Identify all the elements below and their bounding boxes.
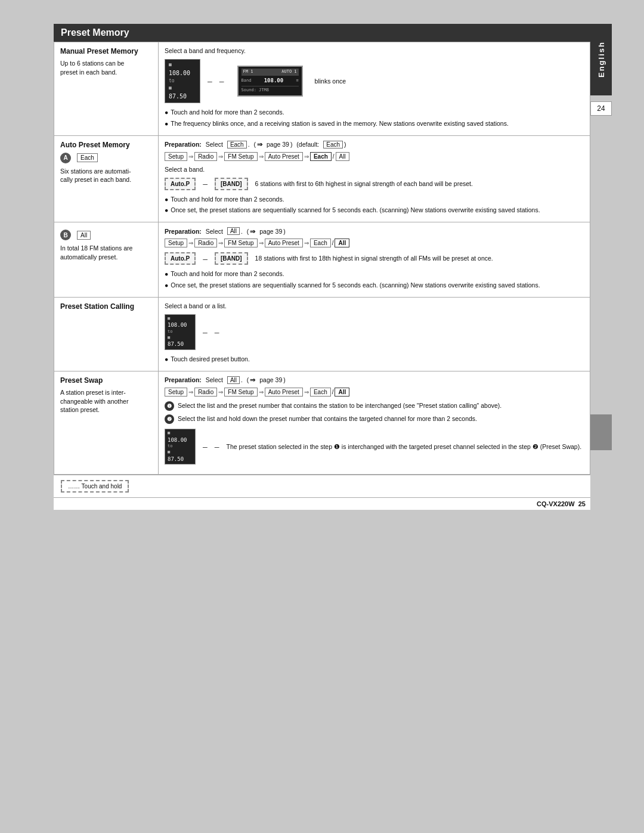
nav-radio: Radio: [194, 152, 217, 161]
auto-bullet-b-1: Touch and hold for more than 2 seconds.: [165, 270, 584, 279]
auto-bullet-a-1: Touch and hold for more than 2 seconds.: [165, 195, 584, 205]
auto-preset-bullets-b: Touch and hold for more than 2 seconds. …: [165, 270, 584, 290]
auto-preset-right-desc-a: 6 stations with first to 6th highest in …: [255, 179, 584, 188]
manual-dash2: –: [219, 76, 224, 86]
auto-preset-desc: Six stations are automati- cally preset …: [60, 167, 152, 184]
nav-all-bold-b: All: [335, 239, 349, 247]
nav-all-a: All: [336, 152, 349, 161]
right-col-preset-calling: Select a band or a list. ■ 108.00 to ■ 8…: [159, 297, 590, 371]
circle-b: B: [60, 230, 71, 240]
preset-swap-header: Preset Swap: [60, 376, 152, 385]
left-col-auto-preset-b: B All In total 18 FM stations are automa…: [54, 222, 159, 298]
auto-preset-nav-b: Setup ⇒ Radio ⇒ FM Setup ⇒ Auto Preset ⇒…: [165, 239, 584, 247]
preset-calling-select: Select a band or a list.: [165, 302, 584, 309]
auto-preset-header: Auto Preset Memory: [60, 141, 152, 149]
all-box-prep-b: All: [227, 227, 240, 235]
footer-page: 25: [578, 500, 586, 507]
nav-autopreset-swap: Auto Preset: [265, 388, 303, 397]
all-box-b: All: [77, 231, 91, 240]
nav-each-b: Each: [310, 239, 331, 247]
freq-widget-manual: ■ 108.00 to ■ 87.50: [165, 59, 200, 103]
content-table: Manual Preset Memory Up to 6 stations ca…: [54, 42, 590, 475]
left-col-auto-preset: Auto Preset Memory A Each Six stations a…: [54, 135, 159, 222]
swap-step2: ❷ Select the list and hold down the pres…: [165, 414, 584, 424]
english-tab: English: [590, 24, 612, 95]
band-btn-b: [BAND]: [215, 252, 248, 265]
swap-right-desc: The preset station selected in the step …: [227, 442, 584, 451]
preset-calling-header: Preset Station Calling: [60, 302, 152, 311]
auto-preset-diagram-b: Auto.P – [BAND] 18 stations with first t…: [165, 252, 584, 265]
nav-radio-swap: Radio: [194, 388, 217, 397]
auto-preset-diagram-a: Auto.P – [BAND] 6 stations with first to…: [165, 178, 584, 190]
default-val-box: Each: [323, 141, 343, 148]
left-col-preset-calling: Preset Station Calling: [54, 297, 159, 371]
select-band-a: Select a band.: [165, 166, 584, 173]
touch-hold-box: …… Touch and hold: [61, 480, 129, 493]
gray-decorative-bar: [590, 414, 612, 450]
nav-setup-b: Setup: [165, 239, 187, 247]
circle-a: A: [60, 153, 71, 163]
swap-step1: ❶ Select the list and the preset number …: [165, 401, 584, 411]
autop-btn-a: Auto.P: [165, 178, 196, 190]
freq-widget-calling: ■ 108.00 to ■ 87.50: [165, 314, 196, 351]
freq-widget-swap: ■ 108.00 to ■ 87.50: [165, 429, 196, 465]
left-col-manual-preset: Manual Preset Memory Up to 6 stations ca…: [54, 42, 159, 136]
page-title: Preset Memory: [54, 24, 590, 42]
preset-swap-desc: A station preset is inter- changeable wi…: [60, 388, 152, 414]
auto-preset-b-desc: In total 18 FM stations are automaticall…: [60, 244, 152, 261]
right-col-manual-preset: Select a band and frequency. ■ 108.00 to…: [159, 42, 590, 136]
manual-preset-select-text: Select a band and frequency.: [165, 47, 584, 54]
auto-bullet-b-2: Once set, the preset stations are sequen…: [165, 281, 584, 290]
swap-all-box: All: [227, 376, 240, 384]
nav-setup: Setup: [165, 152, 187, 161]
manual-bullet-1: Touch and hold for more than 2 seconds.: [165, 108, 584, 117]
calling-dash1: –: [203, 327, 208, 337]
manual-preset-bullets: Touch and hold for more than 2 seconds. …: [165, 108, 584, 129]
right-col-auto-preset-b: Preparation: Select All . (⇒ page 39 ) S…: [159, 222, 590, 298]
manual-preset-desc: Up to 6 stations can be preset in each b…: [60, 59, 152, 76]
table-row-auto-preset-a: Auto Preset Memory A Each Six stations a…: [54, 135, 590, 222]
table-row-auto-preset-b: B All In total 18 FM stations are automa…: [54, 222, 590, 298]
table-row-preset-calling: Preset Station Calling Select a band or …: [54, 297, 590, 371]
footer: CQ-VX220W 25: [54, 497, 590, 510]
auto-preset-prep: Preparation: Select Each . (⇒ page 39 ) …: [165, 141, 584, 148]
auto-preset-right-desc-b: 18 stations with first to 18th highest i…: [255, 254, 584, 263]
manual-preset-device-display: FM 1AUTO 1 Band 108.00 ≡ Sound: JTM8: [237, 66, 303, 96]
nav-fmsetup-b: FM Setup: [224, 239, 257, 247]
left-col-preset-swap: Preset Swap A station preset is inter- c…: [54, 371, 159, 475]
auto-preset-nav-a: Setup ⇒ Radio ⇒ FM Setup ⇒ Auto Preset ⇒…: [165, 152, 584, 161]
auto-preset-prep-b: Preparation: Select All . (⇒ page 39 ): [165, 227, 584, 235]
table-row-preset-swap: Preset Swap A station preset is inter- c…: [54, 371, 590, 475]
calling-bullet-1: Touch desired preset button.: [165, 355, 584, 364]
preset-calling-bullets: Touch desired preset button.: [165, 355, 584, 364]
right-col-auto-preset: Preparation: Select Each . (⇒ page 39 ) …: [159, 135, 590, 222]
manual-preset-diagram: ■ 108.00 to ■ 87.50 – – FM 1AUTO 1: [165, 59, 584, 103]
table-row-manual-preset: Manual Preset Memory Up to 6 stations ca…: [54, 42, 590, 136]
auto-bullet-a-2: Once set, the preset stations are sequen…: [165, 206, 584, 215]
nav-radio-b: Radio: [194, 239, 217, 247]
manual-dash1: –: [208, 76, 212, 86]
step1-circle: ❶: [165, 401, 174, 411]
legend-bar: …… Touch and hold: [54, 475, 590, 497]
each-box-prep: Each: [227, 141, 247, 148]
nav-autopreset-b: Auto Preset: [265, 239, 303, 247]
manual-bullet-2: The frequency blinks once, and a receivi…: [165, 119, 584, 129]
each-box-a: Each: [77, 153, 98, 162]
nav-each-swap: Each: [310, 388, 331, 397]
nav-each-bold: Each: [310, 152, 332, 161]
preset-swap-prep: Preparation: Select All . (⇒ page 39 ): [165, 376, 584, 384]
preset-swap-diagram: ■ 108.00 to ■ 87.50 – – The preset stati…: [165, 429, 584, 465]
nav-autopreset: Auto Preset: [265, 152, 303, 161]
calling-dash2: –: [215, 327, 219, 337]
nav-fmsetup: FM Setup: [224, 152, 257, 161]
preset-calling-diagram: ■ 108.00 to ■ 87.50 – –: [165, 314, 584, 351]
page-number-box: 24: [590, 101, 612, 116]
autop-btn-b: Auto.P: [165, 252, 196, 265]
manual-preset-header: Manual Preset Memory: [60, 47, 152, 55]
right-col-preset-swap: Preparation: Select All . (⇒ page 39 ) S…: [159, 371, 590, 475]
preset-swap-nav: Setup ⇒ Radio ⇒ FM Setup ⇒ Auto Preset ⇒…: [165, 388, 584, 397]
auto-dash-b: –: [203, 254, 208, 264]
nav-fmsetup-swap: FM Setup: [224, 388, 257, 397]
step2-circle: ❷: [165, 414, 174, 424]
auto-preset-bullets-a: Touch and hold for more than 2 seconds. …: [165, 195, 584, 216]
